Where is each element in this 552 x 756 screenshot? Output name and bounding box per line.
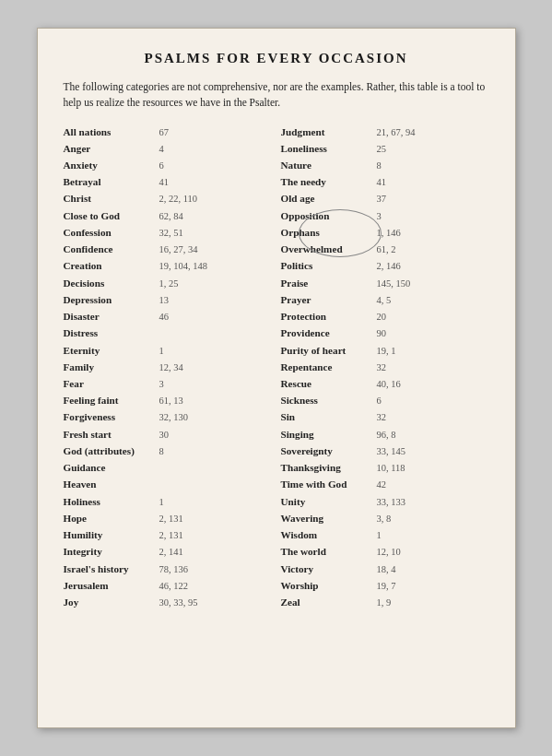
entry-nums: 41 bbox=[159, 175, 170, 189]
entry-nums: 32, 130 bbox=[159, 410, 189, 424]
entry-nums: 46 bbox=[159, 310, 170, 324]
entry-label: Christ bbox=[64, 191, 156, 206]
list-item: Depression13 bbox=[64, 292, 272, 307]
entry-label: Fear bbox=[64, 376, 156, 391]
list-item: Orphans1, 146 bbox=[281, 225, 489, 240]
list-item: Eternity1 bbox=[64, 343, 272, 358]
entry-nums: 96, 8 bbox=[377, 428, 396, 442]
entry-label: Betrayal bbox=[64, 174, 156, 189]
entry-nums: 1, 9 bbox=[377, 596, 392, 609]
list-item: Overwhelmed61, 2 bbox=[281, 242, 489, 256]
entry-nums: 8 bbox=[159, 444, 164, 458]
entry-label: Eternity bbox=[64, 343, 156, 358]
list-item: Politics2, 146 bbox=[281, 258, 489, 273]
list-item: Praise145, 150 bbox=[281, 276, 489, 290]
intro-text: The following categories are not compreh… bbox=[64, 79, 489, 112]
list-item: Holiness1 bbox=[64, 494, 272, 509]
entry-label: Israel's history bbox=[64, 561, 156, 576]
list-item: Nature8 bbox=[281, 158, 489, 172]
entry-nums: 8 bbox=[377, 159, 382, 172]
entry-nums: 67 bbox=[159, 125, 170, 139]
list-item: Zeal1, 9 bbox=[281, 595, 489, 609]
entry-label: Feeling faint bbox=[64, 393, 156, 408]
entry-label: Distress bbox=[64, 325, 156, 340]
entry-label: All nations bbox=[64, 124, 156, 139]
entry-label: Singing bbox=[281, 427, 373, 442]
entry-label: Heaven bbox=[64, 477, 156, 491]
entry-nums: 1, 25 bbox=[159, 277, 179, 290]
entry-nums: 13 bbox=[159, 293, 170, 307]
entry-label: Prayer bbox=[281, 292, 373, 307]
entry-label: Fresh start bbox=[64, 427, 156, 442]
list-item: Opposition3 bbox=[281, 208, 489, 223]
entry-nums: 19, 104, 148 bbox=[159, 259, 208, 273]
entry-nums: 4, 5 bbox=[377, 293, 392, 307]
list-item: Fear3 bbox=[64, 376, 272, 391]
entry-label: Time with God bbox=[281, 477, 373, 491]
entry-label: The needy bbox=[281, 174, 373, 189]
list-item: Confession32, 51 bbox=[64, 225, 272, 240]
list-item: Family12, 34 bbox=[64, 360, 272, 374]
entry-label: Hope bbox=[64, 511, 156, 526]
entry-label: Politics bbox=[281, 258, 373, 273]
list-item: Repentance32 bbox=[281, 360, 489, 374]
list-item: Heaven bbox=[64, 477, 272, 491]
list-item: Humility2, 131 bbox=[64, 527, 272, 542]
list-item: Purity of heart19, 1 bbox=[281, 343, 489, 358]
entry-label: Thanksgiving bbox=[281, 460, 373, 475]
entry-nums: 30 bbox=[159, 428, 170, 442]
entry-label: Providence bbox=[281, 325, 373, 340]
entry-label: Unity bbox=[281, 494, 373, 509]
entry-label: Sickness bbox=[281, 393, 373, 408]
entry-label: Opposition bbox=[281, 208, 373, 223]
entry-nums: 12, 34 bbox=[159, 360, 183, 374]
left-column: All nations67Anger4Anxiety6Betrayal41Chr… bbox=[64, 124, 272, 612]
entry-nums: 25 bbox=[377, 142, 387, 156]
list-item: Singing96, 8 bbox=[281, 427, 489, 442]
entry-nums: 2, 141 bbox=[159, 545, 183, 559]
entry-label: The world bbox=[281, 544, 373, 559]
list-item: Christ2, 22, 110 bbox=[64, 191, 272, 206]
entry-nums: 61, 2 bbox=[377, 242, 396, 256]
entry-label: Forgiveness bbox=[64, 409, 156, 424]
entry-label: Depression bbox=[64, 292, 156, 307]
entry-label: Holiness bbox=[64, 494, 156, 509]
list-item: Wavering3, 8 bbox=[281, 511, 489, 526]
entry-label: Loneliness bbox=[281, 141, 373, 156]
entry-label: Praise bbox=[281, 276, 373, 290]
list-item: Anger4 bbox=[64, 141, 272, 156]
list-item: God (attributes)8 bbox=[64, 443, 272, 458]
entry-nums: 6 bbox=[377, 394, 382, 408]
entry-label: Family bbox=[64, 360, 156, 374]
entry-nums: 37 bbox=[377, 192, 387, 206]
entry-label: Sin bbox=[281, 409, 373, 424]
list-item: Close to God62, 84 bbox=[64, 208, 272, 223]
entry-nums: 2, 131 bbox=[159, 512, 183, 526]
list-item: Guidance bbox=[64, 460, 272, 475]
entry-label: Wavering bbox=[281, 511, 373, 526]
list-item: Time with God42 bbox=[281, 477, 489, 491]
entry-nums: 1 bbox=[377, 528, 382, 542]
entry-nums: 62, 84 bbox=[159, 209, 183, 223]
list-item: Old age37 bbox=[281, 191, 489, 206]
entry-label: Wisdom bbox=[281, 527, 373, 542]
right-column: Judgment21, 67, 94Loneliness25Nature8The… bbox=[281, 124, 489, 612]
entry-label: Judgment bbox=[281, 124, 373, 139]
entry-nums: 90 bbox=[377, 326, 387, 340]
content-columns: All nations67Anger4Anxiety6Betrayal41Chr… bbox=[64, 124, 489, 612]
entry-nums: 4 bbox=[159, 142, 164, 156]
entry-nums: 33, 133 bbox=[377, 495, 406, 509]
entry-label: Integrity bbox=[64, 544, 156, 559]
list-item: Hope2, 131 bbox=[64, 511, 272, 526]
list-item: Confidence16, 27, 34 bbox=[64, 242, 272, 256]
entry-nums: 42 bbox=[377, 478, 387, 491]
list-item: Betrayal41 bbox=[64, 174, 272, 189]
list-item: Loneliness25 bbox=[281, 141, 489, 156]
list-item: Judgment21, 67, 94 bbox=[281, 124, 489, 139]
list-item: All nations67 bbox=[64, 124, 272, 139]
entry-nums: 12, 10 bbox=[377, 545, 401, 559]
list-item: Feeling faint61, 13 bbox=[64, 393, 272, 408]
entry-label: Nature bbox=[281, 158, 373, 172]
entry-nums: 32, 51 bbox=[159, 226, 183, 240]
entry-nums: 40, 16 bbox=[377, 377, 401, 391]
